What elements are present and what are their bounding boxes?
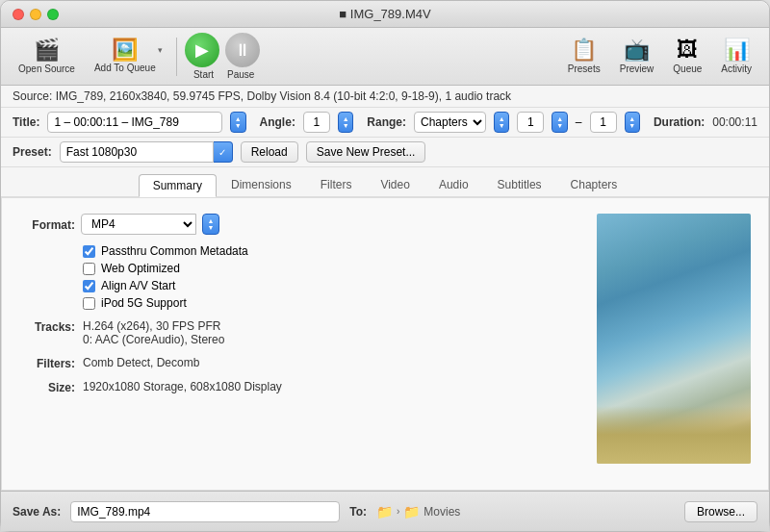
passthru-checkbox[interactable] (83, 245, 95, 258)
add-queue-icon: 🖼️ (112, 39, 138, 61)
title-label: Title: (13, 115, 39, 129)
open-source-button[interactable]: 🎬 Open Source (9, 36, 85, 78)
close-button[interactable] (13, 9, 24, 20)
preset-input[interactable] (60, 141, 214, 163)
filters-label: Filters: (21, 356, 75, 370)
open-source-label: Open Source (18, 63, 75, 74)
preset-input-wrap: ✓ (60, 141, 233, 163)
maximize-button[interactable] (47, 9, 59, 20)
tab-subtitles[interactable]: Subtitles (483, 173, 556, 196)
range-label: Range: (367, 115, 406, 129)
ipod-checkbox[interactable] (83, 297, 95, 310)
pause-label: Pause (227, 69, 254, 80)
title-input[interactable] (47, 112, 222, 133)
range-from-stepper[interactable]: ▲ ▼ (552, 112, 567, 133)
range-to-stepper[interactable]: ▲ ▼ (625, 112, 640, 133)
format-stepper[interactable]: ▲ ▼ (202, 214, 219, 235)
web-optimized-checkbox[interactable] (83, 263, 95, 275)
queue-icon: 🖼 (677, 39, 698, 61)
duration-value: 00:00:11 (712, 115, 757, 129)
presets-label: Presets (568, 63, 601, 74)
size-row: Size: 1920x1080 Storage, 608x1080 Displa… (21, 380, 576, 394)
add-to-queue-button[interactable]: 🖼️ Add To Queue ▾ (85, 36, 172, 77)
browse-button[interactable]: Browse... (684, 501, 757, 522)
title-stepper[interactable]: ▲ ▼ (230, 112, 245, 133)
movies-folder-icon: 📁 (403, 504, 420, 519)
movies-label: Movies (424, 505, 460, 519)
range-to-input[interactable] (590, 112, 617, 133)
toolbar: 🎬 Open Source 🖼️ Add To Queue ▾ ▶ ⏸ Star… (1, 28, 769, 86)
titlebar: ■ IMG_789.M4V (1, 1, 769, 28)
activity-button[interactable]: 📊 Activity (711, 36, 761, 78)
preset-row: Preset: ✓ Reload Save New Preset... (1, 138, 769, 167)
minimize-button[interactable] (30, 9, 41, 20)
preview-image (597, 214, 751, 464)
folder-icon: 📁 (376, 504, 393, 519)
preview-button[interactable]: 📺 Preview (610, 36, 664, 78)
range-type-stepper[interactable]: ▲ ▼ (494, 112, 509, 133)
reload-button[interactable]: Reload (241, 141, 298, 163)
add-queue-dropdown-icon[interactable]: ▾ (158, 45, 163, 55)
start-button[interactable]: ▶ (185, 33, 219, 67)
tab-filters[interactable]: Filters (306, 173, 367, 196)
to-label: To: (349, 505, 367, 519)
ipod-label: iPod 5G Support (101, 296, 187, 310)
start-label: Start (193, 69, 214, 80)
tab-video[interactable]: Video (366, 173, 424, 196)
presets-icon: 📋 (571, 39, 597, 61)
format-select[interactable]: MP4 MKV WebM (81, 214, 196, 235)
add-queue-label: Add To Queue (94, 63, 156, 73)
duration-label: Duration: (654, 115, 705, 129)
start-pause-group: ▶ ⏸ Start Pause (181, 29, 264, 84)
toolbar-right: 📋 Presets 📺 Preview 🖼 Queue 📊 Activity (558, 36, 761, 78)
preview-label: Preview (620, 63, 654, 74)
save-as-input[interactable] (70, 501, 340, 522)
save-as-label: Save As: (13, 505, 61, 519)
window-title: ■ IMG_789.M4V (339, 7, 430, 21)
angle-stepper[interactable]: ▲ ▼ (338, 112, 353, 133)
tracks-line1: H.264 (x264), 30 FPS PFR (83, 319, 576, 333)
tab-summary[interactable]: Summary (139, 174, 217, 197)
presets-button[interactable]: 📋 Presets (558, 36, 610, 78)
queue-button[interactable]: 🖼 Queue (663, 36, 711, 78)
preset-check-button[interactable]: ✓ (214, 141, 233, 163)
tab-dimensions[interactable]: Dimensions (217, 173, 306, 196)
tabs-bar: SummaryDimensionsFiltersVideoAudioSubtit… (1, 167, 769, 197)
activity-icon: 📊 (724, 39, 750, 61)
angle-input[interactable] (303, 112, 330, 133)
activity-label: Activity (721, 63, 752, 74)
size-label: Size: (21, 380, 75, 394)
format-row: Format: MP4 MKV WebM ▲ ▼ (21, 214, 576, 235)
range-from-input[interactable] (517, 112, 544, 133)
title-row: Title: ▲ ▼ Angle: ▲ ▼ Range: Chapters Se… (1, 108, 769, 138)
tracks-row: Tracks: H.264 (x264), 30 FPS PFR 0: AAC … (21, 319, 576, 346)
angle-label: Angle: (260, 115, 295, 129)
pause-button[interactable]: ⏸ (225, 33, 260, 67)
checkbox-web-optimized: Web Optimized (83, 262, 576, 275)
path-arrow: › (397, 506, 399, 517)
preview-panel (595, 198, 768, 490)
checkbox-ipod: iPod 5G Support (83, 296, 576, 310)
tracks-label: Tracks: (21, 319, 75, 334)
align-av-label: Align A/V Start (101, 279, 175, 292)
align-av-checkbox[interactable] (83, 280, 95, 292)
tab-audio[interactable]: Audio (424, 173, 483, 196)
open-source-icon: 🎬 (34, 39, 60, 61)
filters-row: Filters: Comb Detect, Decomb (21, 356, 576, 370)
passthru-label: Passthru Common Metadata (101, 244, 248, 258)
queue-label: Queue (673, 63, 702, 74)
traffic-lights (13, 9, 59, 20)
range-type-select[interactable]: Chapters Seconds Frames (414, 112, 486, 133)
bottom-bar: Save As: To: 📁 › 📁 Movies Browse... (1, 491, 769, 531)
preset-label: Preset: (13, 145, 52, 159)
source-bar: Source: IMG_789, 2160x3840, 59.9745 FPS,… (1, 86, 769, 108)
range-dash: – (576, 115, 582, 129)
save-preset-button[interactable]: Save New Preset... (306, 141, 426, 163)
tracks-line2: 0: AAC (CoreAudio), Stereo (83, 333, 576, 346)
checkboxes-section: Passthru Common Metadata Web Optimized A… (83, 244, 576, 310)
main-content: Format: MP4 MKV WebM ▲ ▼ Passthru Common… (1, 197, 769, 491)
checkbox-align-av: Align A/V Start (83, 279, 576, 292)
source-text: Source: IMG_789, 2160x3840, 59.9745 FPS,… (13, 89, 511, 103)
tab-chapters[interactable]: Chapters (556, 173, 632, 196)
filters-value: Comb Detect, Decomb (83, 356, 576, 369)
